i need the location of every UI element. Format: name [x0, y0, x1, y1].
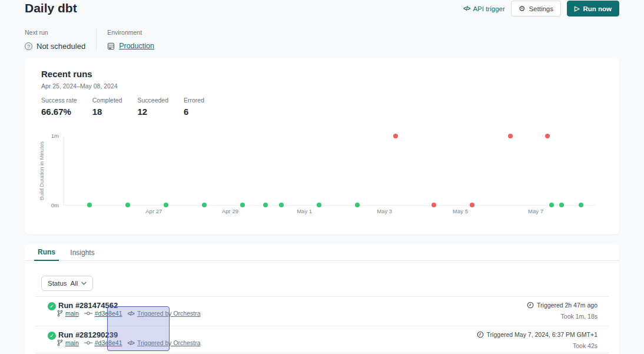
next-run-block: Next run ? Not scheduled — [25, 29, 96, 51]
commit-link[interactable]: #d3e8e41 — [95, 339, 122, 346]
status-filter-value: All — [71, 280, 78, 287]
tab-runs[interactable]: Runs — [34, 244, 59, 261]
chart-point-succeeded[interactable] — [240, 203, 245, 207]
run-details: main #d3e8e41 </> Triggered by Orchestra — [57, 339, 201, 346]
clock-icon — [477, 331, 484, 338]
chart-point-errored[interactable] — [545, 134, 550, 138]
recent-runs-title: Recent runs — [41, 69, 92, 79]
stat-success-rate: Success rate 66.67% — [41, 97, 77, 117]
chart-point-succeeded[interactable] — [355, 203, 360, 207]
chart-point-succeeded[interactable] — [549, 203, 554, 207]
chart-point-errored[interactable] — [431, 203, 436, 207]
x-tick-label: May 5 — [453, 208, 468, 214]
row-divider — [35, 296, 609, 297]
play-icon: ▷ — [575, 5, 579, 12]
x-tick-label: Apr 27 — [145, 208, 162, 214]
chart-plot: Apr 27Apr 29May 1May 3May 5May 7 — [64, 136, 595, 206]
code-icon: </> — [127, 340, 134, 346]
chart-point-succeeded[interactable] — [579, 203, 583, 207]
chart-point-errored[interactable] — [508, 134, 513, 138]
x-tick-label: May 3 — [377, 208, 392, 214]
run-title[interactable]: Run #281290239 — [58, 330, 118, 339]
chart-point-succeeded[interactable] — [263, 203, 268, 207]
run-duration: Took 1m, 18s — [561, 313, 597, 320]
page-title: Daily dbt — [25, 1, 77, 15]
stats-row: Success rate 66.67% Completed 18 Succeed… — [41, 97, 228, 117]
tab-bar: Runs Insights — [25, 244, 619, 261]
chart-point-errored[interactable] — [470, 203, 474, 207]
git-branch-icon — [57, 310, 63, 317]
chart-point-succeeded[interactable] — [202, 203, 207, 207]
recent-runs-date-range: Apr 25, 2024–May 08, 2024 — [41, 82, 118, 90]
code-icon: </> — [463, 5, 470, 12]
tab-insights[interactable]: Insights — [66, 244, 99, 261]
next-run-value: Not scheduled — [36, 42, 85, 51]
run-triggered-time: Triggered May 7, 2024, 6:37 PM GMT+1 — [477, 331, 597, 338]
status-filter-dropdown[interactable]: Status All — [41, 276, 93, 291]
y-tick-1m: 1m — [29, 133, 59, 139]
database-icon — [107, 42, 115, 50]
chart-point-succeeded[interactable] — [559, 203, 564, 207]
row-divider — [35, 326, 609, 326]
recent-runs-card: Recent runs Apr 25, 2024–May 08, 2024 Su… — [25, 58, 619, 234]
y-tick-0m: 0m — [29, 202, 59, 209]
chart-y-axis-label: Build Duration in Minutes — [39, 136, 46, 206]
header-actions: </> API trigger ⚙ Settings ▷ Run now — [463, 1, 619, 16]
api-trigger-link[interactable]: </> API trigger — [463, 5, 505, 12]
chart-point-errored[interactable] — [393, 134, 398, 138]
git-commit-icon — [84, 311, 92, 316]
x-tick-label: Apr 29 — [222, 208, 238, 214]
run-triggered-time: Triggered 2h 47m ago — [527, 302, 597, 309]
x-tick-label: May 1 — [297, 208, 312, 214]
next-run-label: Next run — [25, 29, 85, 36]
stat-errored: Errored 6 — [184, 97, 213, 117]
trigger-source-link[interactable]: Triggered by Orchestra — [137, 310, 201, 317]
environment-block: Environment Production — [96, 29, 165, 51]
stat-succeeded: Succeeded 12 — [137, 97, 168, 117]
chevron-down-icon — [81, 282, 87, 285]
git-branch-icon — [57, 339, 63, 346]
gear-icon: ⚙ — [519, 5, 526, 12]
trigger-source-link[interactable]: Triggered by Orchestra — [137, 339, 201, 346]
run-now-button[interactable]: ▷ Run now — [567, 1, 619, 16]
branch-link[interactable]: main — [65, 339, 79, 346]
x-tick-label: May 7 — [528, 208, 543, 214]
chart-point-succeeded[interactable] — [87, 203, 92, 207]
branch-link[interactable]: main — [65, 310, 79, 317]
commit-link[interactable]: #d3e8e41 — [95, 310, 122, 317]
settings-label: Settings — [529, 5, 553, 12]
environment-label: Environment — [107, 29, 154, 36]
run-now-label: Run now — [583, 5, 612, 12]
row-divider — [35, 353, 609, 353]
settings-button[interactable]: ⚙ Settings — [511, 1, 561, 16]
chart-point-succeeded[interactable] — [164, 203, 168, 207]
clock-icon — [527, 302, 534, 309]
job-meta: Next run ? Not scheduled Environment — [25, 29, 165, 51]
run-duration: Took 42s — [573, 342, 597, 349]
run-details: main #d3e8e41 </> Triggered by Orchestra — [57, 310, 201, 317]
job-page: Daily dbt </> API trigger ⚙ Settings ▷ R… — [0, 0, 644, 354]
run-title[interactable]: Run #281474562 — [58, 301, 118, 310]
environment-link[interactable]: Production — [119, 42, 154, 50]
success-check-icon: ✓ — [48, 332, 56, 340]
status-filter-label: Status — [48, 280, 67, 287]
git-commit-icon — [84, 340, 92, 345]
code-icon: </> — [127, 310, 134, 317]
trigger-source-badge[interactable]: </> Triggered by Orchestra — [127, 310, 200, 317]
runs-card: Runs Insights Status All ✓ Run #28147456… — [25, 244, 619, 354]
trigger-source-badge[interactable]: </> Triggered by Orchestra — [127, 339, 200, 346]
question-circle-icon: ? — [25, 42, 32, 50]
stat-completed: Completed 18 — [92, 97, 122, 117]
api-trigger-label: API trigger — [473, 5, 504, 12]
success-check-icon: ✓ — [48, 302, 56, 310]
chart-point-succeeded[interactable] — [279, 203, 284, 207]
chart-point-succeeded[interactable] — [317, 203, 321, 207]
chart-point-succeeded[interactable] — [125, 203, 130, 207]
